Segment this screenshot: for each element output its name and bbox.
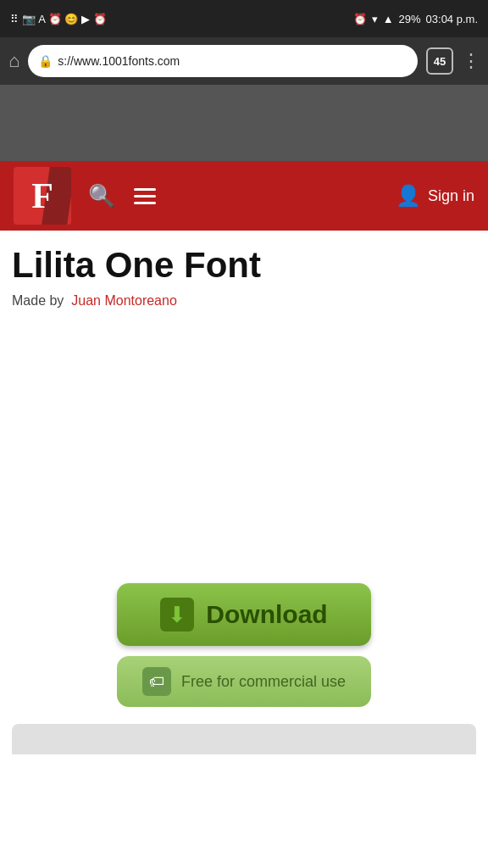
more-menu-icon[interactable]: ⋮ bbox=[462, 50, 480, 72]
download-button[interactable]: ⬇ Download bbox=[117, 583, 371, 646]
site-header: F 🔍 👤 Sign in bbox=[0, 161, 488, 231]
font-preview-area bbox=[0, 312, 488, 566]
clock: 03:04 p.m. bbox=[426, 13, 478, 25]
free-use-label: Free for commercial use bbox=[181, 673, 346, 691]
browser-bar: ⌂ 🔒 s://www.1001fonts.com 45 ⋮ bbox=[0, 37, 488, 85]
battery-level: 29% bbox=[399, 13, 421, 25]
user-icon: 👤 bbox=[396, 184, 421, 208]
home-icon[interactable]: ⌂ bbox=[8, 50, 19, 72]
bottom-bar bbox=[12, 724, 476, 754]
sign-in-label: Sign in bbox=[428, 187, 474, 205]
status-left: ⠿ 📷 A ⏰ 😊 ▶ ⏰ bbox=[10, 13, 107, 25]
signal-icon: ▲ bbox=[383, 13, 394, 25]
made-by-label: Made by bbox=[12, 293, 64, 308]
search-icon[interactable]: 🔍 bbox=[88, 183, 115, 209]
download-section: ⬇ Download 🏷 Free for commercial use bbox=[0, 566, 488, 768]
main-content: Lilita One Font Made by Juan Montoreano bbox=[0, 231, 488, 309]
menu-icon[interactable] bbox=[134, 188, 156, 204]
status-right: ⏰ ▾ ▲ 29% 03:04 p.m. bbox=[353, 13, 478, 25]
price-tag-icon: 🏷 bbox=[142, 667, 171, 696]
font-title: Lilita One Font bbox=[12, 246, 476, 285]
status-bar: ⠿ 📷 A ⏰ 😊 ▶ ⏰ ⏰ ▾ ▲ 29% 03:04 p.m. bbox=[0, 0, 488, 37]
notification-icons: ⠿ 📷 A ⏰ 😊 ▶ ⏰ bbox=[10, 13, 107, 25]
download-arrow-icon: ⬇ bbox=[160, 598, 194, 632]
download-label: Download bbox=[206, 600, 327, 629]
made-by-line: Made by Juan Montoreano bbox=[12, 293, 476, 309]
logo-letter: F bbox=[31, 175, 53, 216]
alarm-icon: ⏰ bbox=[353, 13, 367, 25]
wifi-icon: ▾ bbox=[372, 13, 378, 25]
lock-icon: 🔒 bbox=[38, 54, 53, 68]
url-text: s://www.1001fonts.com bbox=[58, 54, 180, 68]
author-link[interactable]: Juan Montoreano bbox=[71, 293, 177, 308]
url-bar[interactable]: 🔒 s://www.1001fonts.com bbox=[28, 45, 418, 77]
site-logo[interactable]: F bbox=[14, 167, 71, 225]
tab-count[interactable]: 45 bbox=[426, 47, 453, 75]
ad-banner bbox=[0, 85, 488, 161]
nav-icons: 🔍 👤 Sign in bbox=[88, 183, 474, 209]
sign-in-button[interactable]: 👤 Sign in bbox=[396, 184, 474, 208]
free-commercial-use-button[interactable]: 🏷 Free for commercial use bbox=[117, 656, 371, 707]
